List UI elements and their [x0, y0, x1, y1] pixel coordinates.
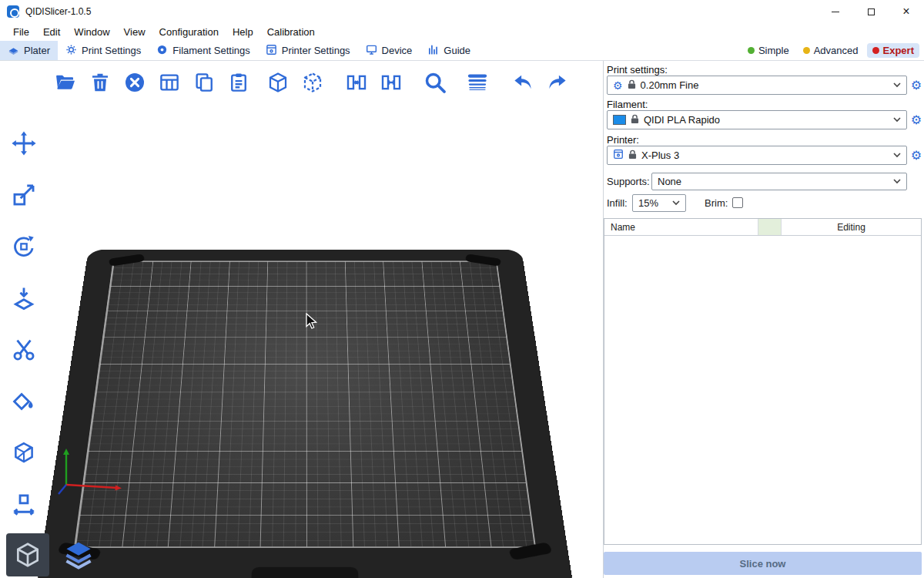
printer-label: Printer: [607, 134, 639, 146]
cut-icon[interactable] [6, 332, 42, 368]
view-mode-toggles [6, 533, 100, 576]
minimize-button[interactable] [818, 0, 853, 23]
menu-window[interactable]: Window [67, 26, 116, 38]
menu-configuration[interactable]: Configuration [152, 26, 226, 38]
chevron-down-icon [893, 179, 901, 184]
layers-preview-icon[interactable] [57, 533, 100, 576]
calibration-width-icon[interactable] [6, 487, 42, 523]
window-controls: × [818, 0, 924, 23]
menu-view[interactable]: View [117, 26, 152, 38]
infill-combo[interactable]: 15% [632, 194, 686, 212]
tab-printer-settings[interactable]: Printer Settings [258, 41, 358, 60]
slice-now-button[interactable]: Slice now [604, 552, 922, 575]
printer-mini-icon [613, 149, 624, 162]
copy-icon[interactable] [189, 68, 219, 97]
instances-out-icon[interactable] [342, 68, 371, 97]
close-button[interactable]: × [889, 0, 924, 23]
brim-checkbox[interactable] [732, 197, 743, 208]
split-to-objects-icon[interactable] [263, 68, 293, 97]
settings-sidepanel: Print settings: ⚙ 0.20mm Fine ⚙ Filament… [604, 61, 924, 578]
chevron-down-icon [893, 117, 901, 123]
print-settings-icon [65, 44, 77, 58]
expert-mode-dot-icon [872, 47, 879, 54]
mode-switcher: Simple Advanced Expert [742, 41, 924, 60]
measure-icon[interactable] [6, 435, 42, 471]
tab-device[interactable]: Device [358, 41, 420, 60]
menu-edit[interactable]: Edit [36, 26, 67, 38]
instances-in-icon[interactable] [377, 68, 406, 97]
menubar: File Edit Window View Configuration Help… [0, 23, 924, 41]
column-extruder [758, 219, 782, 235]
titlebar: QIDISlicer-1.0.5 × [0, 0, 924, 23]
filament-label: Filament: [607, 99, 648, 110]
place-on-face-icon[interactable] [6, 281, 42, 316]
undo-icon[interactable] [508, 68, 537, 97]
menu-calibration[interactable]: Calibration [260, 26, 322, 38]
infill-label: Infill: [607, 197, 632, 209]
gizmo-toolbar [6, 126, 42, 523]
lock-icon [628, 79, 636, 92]
chevron-down-icon [893, 153, 901, 158]
window-title: QIDISlicer-1.0.5 [25, 6, 91, 17]
move-icon[interactable] [6, 126, 42, 161]
menu-file[interactable]: File [6, 26, 36, 38]
mouse-cursor [304, 313, 320, 334]
print-settings-combo[interactable]: ⚙ 0.20mm Fine [607, 76, 907, 95]
arrange-icon[interactable] [155, 68, 184, 97]
mode-expert[interactable]: Expert [867, 43, 919, 58]
paint-support-icon[interactable] [6, 384, 42, 419]
tab-guide[interactable]: Guide [420, 41, 478, 60]
object-list-table[interactable]: Name Editing [604, 218, 922, 545]
delete-icon[interactable] [85, 68, 115, 97]
advanced-mode-dot-icon [803, 47, 810, 54]
filament-gear-button[interactable]: ⚙ [909, 110, 923, 129]
menu-help[interactable]: Help [226, 26, 260, 38]
variable-layer-height-icon[interactable] [463, 68, 492, 97]
supports-row: Supports: None [607, 172, 907, 190]
filament-color-swatch [613, 115, 626, 125]
printer-combo[interactable]: X-Plus 3 [607, 146, 907, 165]
printer-settings-icon [266, 44, 277, 58]
print-settings-label: Print settings: [607, 64, 668, 76]
axes-gizmo [55, 445, 132, 508]
paste-icon[interactable] [224, 68, 253, 97]
simple-mode-dot-icon [748, 47, 755, 54]
plater-top-toolbar [51, 68, 578, 97]
split-to-parts-icon[interactable] [298, 68, 327, 97]
tab-filament-settings[interactable]: Filament Settings [149, 41, 257, 60]
brim-label: Brim: [705, 197, 728, 209]
lock-icon [628, 150, 637, 162]
chevron-down-icon [893, 82, 901, 88]
bed-grid [74, 260, 536, 547]
open-icon[interactable] [51, 68, 80, 97]
preset-gear-icon: ⚙ [613, 80, 623, 91]
editor-3d-view-icon[interactable] [6, 533, 49, 576]
plater-icon [8, 44, 19, 58]
mode-advanced[interactable]: Advanced [798, 43, 864, 58]
supports-combo[interactable]: None [651, 173, 907, 190]
filament-combo[interactable]: QIDI PLA Rapido [607, 110, 907, 129]
3d-viewport[interactable] [0, 61, 603, 578]
bed-handle-notch [251, 567, 359, 578]
scale-icon[interactable] [6, 177, 42, 213]
tab-print-settings[interactable]: Print Settings [58, 41, 149, 60]
print-settings-gear-button[interactable]: ⚙ [909, 76, 923, 95]
filament-settings-icon [156, 44, 168, 58]
supports-label: Supports: [607, 176, 651, 187]
chevron-down-icon [672, 200, 680, 206]
column-editing: Editing [782, 219, 921, 235]
maximize-button[interactable] [853, 0, 889, 23]
column-name: Name [604, 219, 758, 235]
lock-icon [631, 114, 639, 126]
printer-gear-button[interactable]: ⚙ [909, 146, 923, 165]
mode-simple[interactable]: Simple [742, 43, 795, 58]
delete-all-icon[interactable] [120, 68, 149, 97]
print-bed-scene [0, 61, 603, 578]
tabbar: Plater Print Settings Filament Settings … [0, 41, 924, 61]
tab-plater[interactable]: Plater [0, 41, 58, 60]
search-icon[interactable] [420, 68, 450, 97]
rotate-icon[interactable] [6, 229, 42, 264]
redo-icon[interactable] [543, 68, 572, 97]
app-logo-icon [7, 5, 19, 18]
infill-row: Infill: 15% Brim: [607, 193, 907, 212]
